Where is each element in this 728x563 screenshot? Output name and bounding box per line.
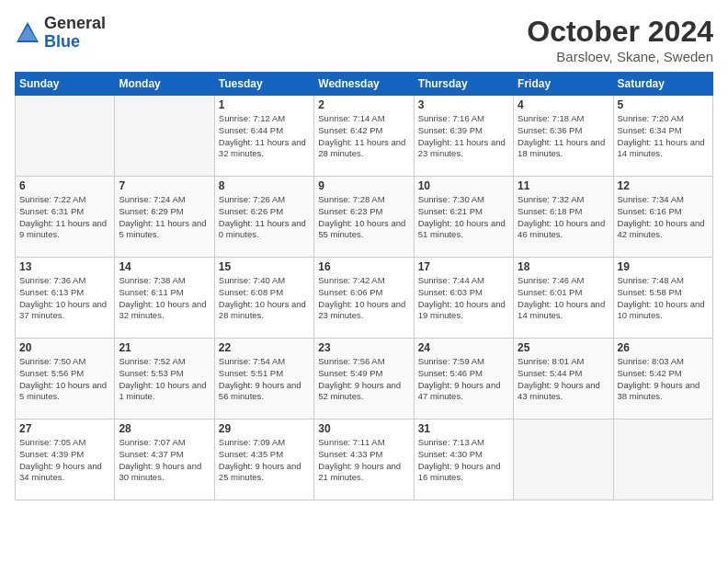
day-info: Sunrise: 7:50 AMSunset: 5:56 PMDaylight:… [19, 356, 110, 403]
day-cell: 17Sunrise: 7:44 AMSunset: 6:03 PMDayligh… [414, 258, 513, 339]
day-cell: 4Sunrise: 7:18 AMSunset: 6:36 PMDaylight… [514, 96, 613, 177]
day-cell: 8Sunrise: 7:26 AMSunset: 6:26 PMDaylight… [214, 177, 313, 258]
day-cell: 27Sunrise: 7:05 AMSunset: 4:39 PMDayligh… [16, 419, 115, 500]
day-cell: 26Sunrise: 8:03 AMSunset: 5:42 PMDayligh… [613, 339, 712, 419]
day-number: 11 [518, 179, 609, 192]
day-cell: 6Sunrise: 7:22 AMSunset: 6:31 PMDaylight… [16, 177, 115, 258]
location: Barsloev, Skane, Sweden [527, 49, 713, 64]
day-info: Sunrise: 7:46 AMSunset: 6:01 PMDaylight:… [518, 275, 609, 322]
day-info: Sunrise: 7:56 AMSunset: 5:49 PMDaylight:… [318, 356, 409, 403]
day-info: Sunrise: 7:34 AMSunset: 6:16 PMDaylight:… [618, 194, 709, 241]
day-number: 21 [119, 341, 210, 354]
day-number: 22 [219, 341, 310, 354]
day-cell: 22Sunrise: 7:54 AMSunset: 5:51 PMDayligh… [214, 339, 313, 419]
logo-text: General Blue [44, 15, 106, 52]
day-info: Sunrise: 7:40 AMSunset: 6:08 PMDaylight:… [219, 275, 310, 322]
day-number: 5 [618, 98, 709, 111]
day-info: Sunrise: 7:28 AMSunset: 6:23 PMDaylight:… [318, 194, 409, 241]
page-header: General Blue October 2024 Barsloev, Skan… [15, 15, 713, 64]
weekday-header-thursday: Thursday [414, 73, 513, 96]
day-cell: 15Sunrise: 7:40 AMSunset: 6:08 PMDayligh… [214, 258, 313, 339]
day-number: 28 [119, 422, 210, 435]
day-cell: 25Sunrise: 8:01 AMSunset: 5:44 PMDayligh… [514, 339, 613, 419]
week-row-3: 13Sunrise: 7:36 AMSunset: 6:13 PMDayligh… [16, 258, 713, 339]
day-number: 31 [418, 422, 509, 435]
day-number: 17 [418, 260, 509, 273]
day-info: Sunrise: 7:18 AMSunset: 6:36 PMDaylight:… [518, 113, 609, 160]
day-info: Sunrise: 7:36 AMSunset: 6:13 PMDaylight:… [19, 275, 110, 322]
day-cell: 10Sunrise: 7:30 AMSunset: 6:21 PMDayligh… [414, 177, 513, 258]
day-info: Sunrise: 7:59 AMSunset: 5:46 PMDaylight:… [418, 356, 509, 403]
day-info: Sunrise: 7:13 AMSunset: 4:30 PMDaylight:… [418, 437, 509, 484]
day-info: Sunrise: 7:09 AMSunset: 4:35 PMDaylight:… [219, 437, 310, 484]
day-cell: 18Sunrise: 7:46 AMSunset: 6:01 PMDayligh… [514, 258, 613, 339]
day-number: 3 [418, 98, 509, 111]
week-row-2: 6Sunrise: 7:22 AMSunset: 6:31 PMDaylight… [16, 177, 713, 258]
day-cell: 2Sunrise: 7:14 AMSunset: 6:42 PMDaylight… [314, 96, 414, 177]
day-cell: 13Sunrise: 7:36 AMSunset: 6:13 PMDayligh… [16, 258, 115, 339]
day-cell: 7Sunrise: 7:24 AMSunset: 6:29 PMDaylight… [115, 177, 214, 258]
day-info: Sunrise: 7:38 AMSunset: 6:11 PMDaylight:… [119, 275, 210, 322]
day-number: 12 [618, 179, 709, 192]
title-block: October 2024 Barsloev, Skane, Sweden [527, 15, 713, 64]
day-cell: 29Sunrise: 7:09 AMSunset: 4:35 PMDayligh… [214, 419, 313, 500]
day-cell [514, 419, 613, 500]
day-number: 24 [418, 341, 509, 354]
weekday-header-row: SundayMondayTuesdayWednesdayThursdayFrid… [16, 73, 713, 96]
day-number: 18 [518, 260, 609, 273]
day-info: Sunrise: 7:26 AMSunset: 6:26 PMDaylight:… [219, 194, 310, 241]
day-cell: 30Sunrise: 7:11 AMSunset: 4:33 PMDayligh… [314, 419, 414, 500]
day-number: 25 [518, 341, 609, 354]
day-number: 26 [618, 341, 709, 354]
day-info: Sunrise: 7:05 AMSunset: 4:39 PMDaylight:… [19, 437, 110, 484]
day-cell: 23Sunrise: 7:56 AMSunset: 5:49 PMDayligh… [314, 339, 414, 419]
day-number: 15 [219, 260, 310, 273]
day-cell: 31Sunrise: 7:13 AMSunset: 4:30 PMDayligh… [414, 419, 513, 500]
day-cell: 16Sunrise: 7:42 AMSunset: 6:06 PMDayligh… [314, 258, 414, 339]
day-number: 30 [318, 422, 409, 435]
day-info: Sunrise: 7:30 AMSunset: 6:21 PMDaylight:… [418, 194, 509, 241]
day-info: Sunrise: 7:48 AMSunset: 5:58 PMDaylight:… [618, 275, 709, 322]
day-number: 9 [318, 179, 409, 192]
month-title: October 2024 [527, 15, 713, 49]
day-number: 16 [318, 260, 409, 273]
day-number: 8 [219, 179, 310, 192]
week-row-1: 1Sunrise: 7:12 AMSunset: 6:44 PMDaylight… [16, 96, 713, 177]
day-number: 13 [19, 260, 110, 273]
svg-marker-1 [18, 26, 37, 40]
day-cell: 3Sunrise: 7:16 AMSunset: 6:39 PMDaylight… [414, 96, 513, 177]
day-number: 6 [19, 179, 110, 192]
day-number: 1 [219, 98, 310, 111]
weekday-header-saturday: Saturday [613, 73, 712, 96]
day-number: 19 [618, 260, 709, 273]
week-row-5: 27Sunrise: 7:05 AMSunset: 4:39 PMDayligh… [16, 419, 713, 500]
day-number: 23 [318, 341, 409, 354]
day-number: 10 [418, 179, 509, 192]
day-info: Sunrise: 7:12 AMSunset: 6:44 PMDaylight:… [219, 113, 310, 160]
day-cell: 5Sunrise: 7:20 AMSunset: 6:34 PMDaylight… [613, 96, 712, 177]
weekday-header-sunday: Sunday [16, 73, 115, 96]
day-info: Sunrise: 7:44 AMSunset: 6:03 PMDaylight:… [418, 275, 509, 322]
day-info: Sunrise: 7:24 AMSunset: 6:29 PMDaylight:… [119, 194, 210, 241]
day-cell: 1Sunrise: 7:12 AMSunset: 6:44 PMDaylight… [214, 96, 313, 177]
day-info: Sunrise: 7:32 AMSunset: 6:18 PMDaylight:… [518, 194, 609, 241]
weekday-header-tuesday: Tuesday [214, 73, 313, 96]
weekday-header-friday: Friday [514, 73, 613, 96]
day-cell: 21Sunrise: 7:52 AMSunset: 5:53 PMDayligh… [115, 339, 214, 419]
day-info: Sunrise: 8:01 AMSunset: 5:44 PMDaylight:… [518, 356, 609, 403]
day-cell: 11Sunrise: 7:32 AMSunset: 6:18 PMDayligh… [514, 177, 613, 258]
day-number: 2 [318, 98, 409, 111]
day-info: Sunrise: 7:54 AMSunset: 5:51 PMDaylight:… [219, 356, 310, 403]
weekday-header-wednesday: Wednesday [314, 73, 414, 96]
day-number: 20 [19, 341, 110, 354]
day-cell: 28Sunrise: 7:07 AMSunset: 4:37 PMDayligh… [115, 419, 214, 500]
day-number: 27 [19, 422, 110, 435]
day-info: Sunrise: 7:22 AMSunset: 6:31 PMDaylight:… [19, 194, 110, 241]
day-cell: 9Sunrise: 7:28 AMSunset: 6:23 PMDaylight… [314, 177, 414, 258]
day-cell [115, 96, 214, 177]
logo-blue: Blue [44, 32, 80, 51]
logo: General Blue [15, 15, 106, 52]
weekday-header-monday: Monday [115, 73, 214, 96]
day-info: Sunrise: 7:07 AMSunset: 4:37 PMDaylight:… [119, 437, 210, 484]
logo-icon [15, 20, 40, 46]
